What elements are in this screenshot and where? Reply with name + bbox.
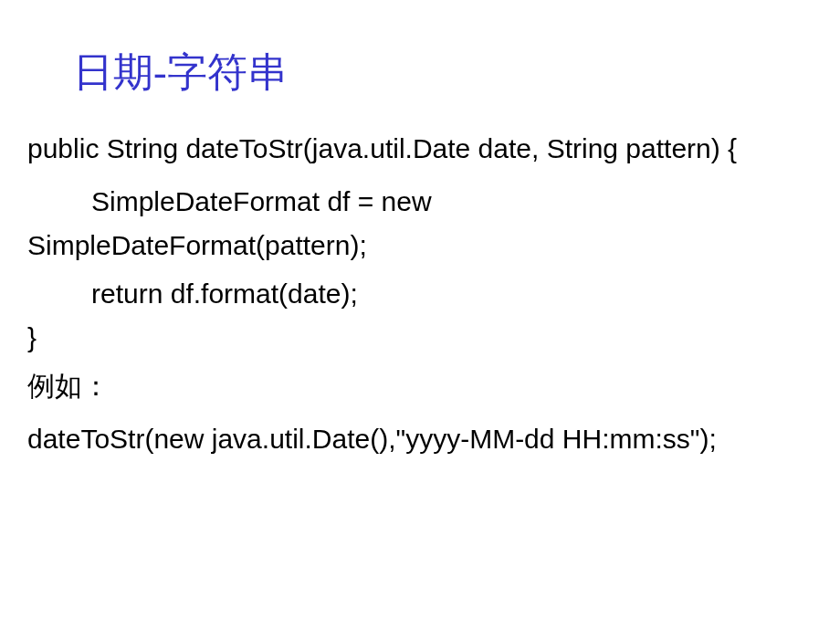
example-label: 例如： [27, 364, 813, 408]
code-block-1: SimpleDateFormat df = new SimpleDateForm… [27, 180, 813, 268]
code-sdf-new: SimpleDateFormat df = new [27, 180, 813, 224]
slide-container: 日期-字符串 public String dateToStr(java.util… [0, 0, 840, 630]
slide-content: public String dateToStr(java.util.Date d… [27, 127, 813, 461]
code-method-signature: public String dateToStr(java.util.Date d… [27, 127, 813, 171]
code-sdf-pattern: SimpleDateFormat(pattern); [27, 224, 813, 268]
slide-title: 日期-字符串 [73, 46, 813, 100]
code-close-brace: } [27, 316, 813, 360]
code-return: return df.format(date); [27, 272, 813, 316]
example-code: dateToStr(new java.util.Date(),"yyyy-MM-… [27, 417, 813, 461]
